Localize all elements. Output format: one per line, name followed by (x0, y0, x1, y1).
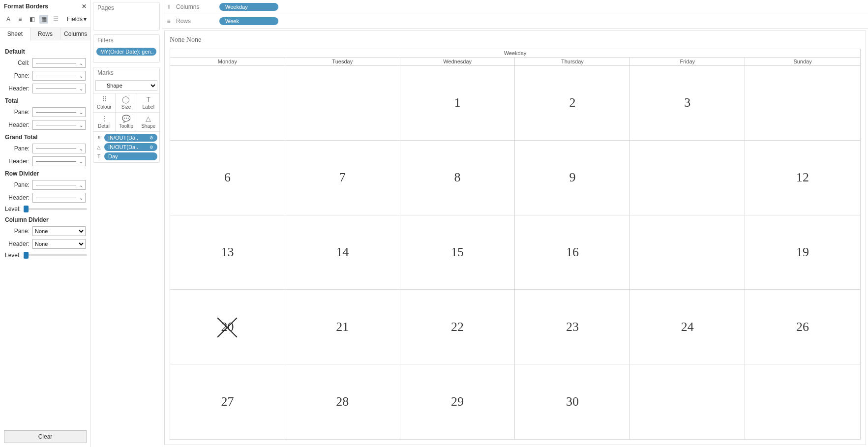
marks-card: Marks Shape ⠿Colour◯SizeTLabel⋮Detail💬To… (93, 67, 160, 163)
coldiv-level-slider[interactable] (24, 254, 87, 256)
calendar-cell[interactable]: 26 (745, 290, 860, 364)
calendar-cell[interactable]: 16 (515, 215, 630, 290)
work-area: ⦀ Columns Weekday ≡ Rows Week None None … (162, 0, 868, 447)
section-column-divider: Column Divider (5, 216, 86, 223)
calendar-cell[interactable]: 1 (400, 66, 515, 141)
clear-button[interactable]: Clear (4, 430, 87, 443)
calendar-cell[interactable]: 28 (285, 364, 400, 439)
default-pane-select[interactable] (32, 71, 86, 81)
default-header-select[interactable] (32, 84, 86, 93)
mark-pill[interactable]: TDay (95, 152, 157, 160)
mark-pill[interactable]: △IN/OUT(Da..⊘ (95, 143, 157, 151)
calendar-cell[interactable]: 14 (285, 215, 400, 290)
section-row-divider: Row Divider (5, 170, 86, 177)
detail-icon: ⋮ (94, 115, 114, 122)
calendar-cell[interactable] (745, 66, 860, 141)
calendar-cell[interactable]: 19 (745, 215, 860, 290)
pages-shelf[interactable]: Pages (93, 2, 160, 30)
fields-dropdown[interactable]: Fields ▾ (67, 16, 87, 23)
default-cell-select[interactable] (32, 58, 86, 68)
x-mark-icon (213, 313, 241, 341)
coldiv-pane-select[interactable]: None (32, 226, 86, 236)
calendar-cell[interactable]: 2 (515, 66, 630, 141)
marks-btn-label[interactable]: TLabel (137, 93, 159, 113)
calendar-cell[interactable]: 27 (170, 364, 285, 439)
calendar-cell[interactable]: 23 (515, 290, 630, 364)
rows-pill[interactable]: Week (219, 17, 278, 25)
marks-btn-shape[interactable]: △Shape (137, 113, 159, 131)
marks-type-select[interactable]: Shape (95, 80, 157, 91)
calendar-day-header: Monday (170, 58, 285, 65)
calendar-cell[interactable] (630, 215, 745, 290)
calendar-cell[interactable]: 9 (515, 141, 630, 215)
calendar-cell[interactable]: 15 (400, 215, 515, 290)
grandtotal-header-select[interactable] (32, 156, 86, 166)
calendar-cell[interactable] (630, 364, 745, 439)
total-pane-select[interactable] (32, 107, 86, 117)
font-icon[interactable]: A (4, 15, 13, 24)
calendar-day-header: Tuesday (285, 58, 400, 65)
marks-btn-colour[interactable]: ⠿Colour (93, 93, 116, 113)
calendar-day-header: Thursday (515, 58, 630, 65)
label-icon: T (138, 95, 158, 103)
colour-icon: ⠿ (94, 95, 114, 103)
shape-icon: △ (138, 115, 158, 122)
format-title: Format Borders (4, 3, 48, 10)
calendar-cell[interactable]: 22 (400, 290, 515, 364)
columns-shelf[interactable]: ⦀ Columns Weekday (162, 0, 868, 14)
shading-icon[interactable]: ◧ (28, 15, 36, 24)
coldiv-header-select[interactable]: None (32, 239, 86, 249)
rows-shelf[interactable]: ≡ Rows Week (162, 14, 868, 29)
calendar-cell[interactable]: 8 (400, 141, 515, 215)
calendar-cell[interactable]: 20 (170, 290, 285, 364)
calendar-cell[interactable]: 21 (285, 290, 400, 364)
lines-icon[interactable]: ☰ (51, 15, 60, 24)
grandtotal-pane-select[interactable] (32, 144, 86, 153)
calendar-cell[interactable]: 24 (630, 290, 745, 364)
calendar-cell[interactable]: 12 (745, 141, 860, 215)
marks-btn-size[interactable]: ◯Size (116, 93, 138, 113)
calendar-top-header: Weekday (170, 49, 860, 58)
calendar-cell[interactable] (630, 141, 745, 215)
viz-title: None None (168, 34, 863, 49)
section-grand-total: Grand Total (5, 134, 86, 141)
tooltip-icon: 💬 (117, 115, 136, 122)
total-header-select[interactable] (32, 120, 86, 130)
calendar-cell[interactable]: 13 (170, 215, 285, 290)
viz-container: None None Weekday MondayTuesdayWednesday… (164, 30, 866, 445)
close-icon[interactable]: ✕ (82, 3, 87, 10)
calendar-cell[interactable] (745, 364, 860, 439)
calendar-cell[interactable]: 7 (285, 141, 400, 215)
calendar-day-header: Sunday (745, 58, 860, 65)
rowdiv-header-select[interactable] (32, 193, 86, 203)
mark-pill-icon: T (95, 153, 102, 160)
format-panel: Format Borders ✕ A ≡ ◧ ▦ ☰ Fields ▾ Shee… (0, 0, 91, 447)
mark-pill[interactable]: ⠿IN/OUT(Da..⊘ (95, 134, 157, 142)
section-total: Total (5, 97, 86, 104)
alignment-icon[interactable]: ≡ (16, 15, 25, 24)
calendar-cell[interactable]: 6 (170, 141, 285, 215)
calendar-cell[interactable] (285, 66, 400, 141)
rows-icon: ≡ (165, 18, 172, 25)
tab-columns[interactable]: Columns (60, 28, 90, 40)
marks-btn-tooltip[interactable]: 💬Tooltip (116, 113, 138, 131)
calendar-cell[interactable] (170, 66, 285, 141)
size-icon: ◯ (117, 95, 136, 103)
calendar-cell[interactable]: 3 (630, 66, 745, 141)
tab-sheet[interactable]: Sheet (0, 28, 30, 40)
columns-icon: ⦀ (165, 3, 172, 10)
mark-pill-icon: △ (95, 144, 102, 150)
rowdiv-pane-select[interactable] (32, 180, 86, 190)
columns-pill[interactable]: Weekday (219, 3, 278, 11)
filter-pill[interactable]: MY(Order Date): gen.. (96, 48, 156, 56)
marks-btn-detail[interactable]: ⋮Detail (93, 113, 116, 131)
calendar-day-header: Friday (630, 58, 745, 65)
rowdiv-level-slider[interactable] (24, 208, 87, 210)
filters-shelf[interactable]: Filters MY(Order Date): gen.. (93, 34, 160, 63)
borders-icon[interactable]: ▦ (39, 15, 48, 24)
section-default: Default (5, 48, 86, 55)
shelves-panel: Pages Filters MY(Order Date): gen.. Mark… (91, 0, 162, 447)
calendar-cell[interactable]: 29 (400, 364, 515, 439)
tab-rows[interactable]: Rows (30, 28, 61, 40)
calendar-cell[interactable]: 30 (515, 364, 630, 439)
